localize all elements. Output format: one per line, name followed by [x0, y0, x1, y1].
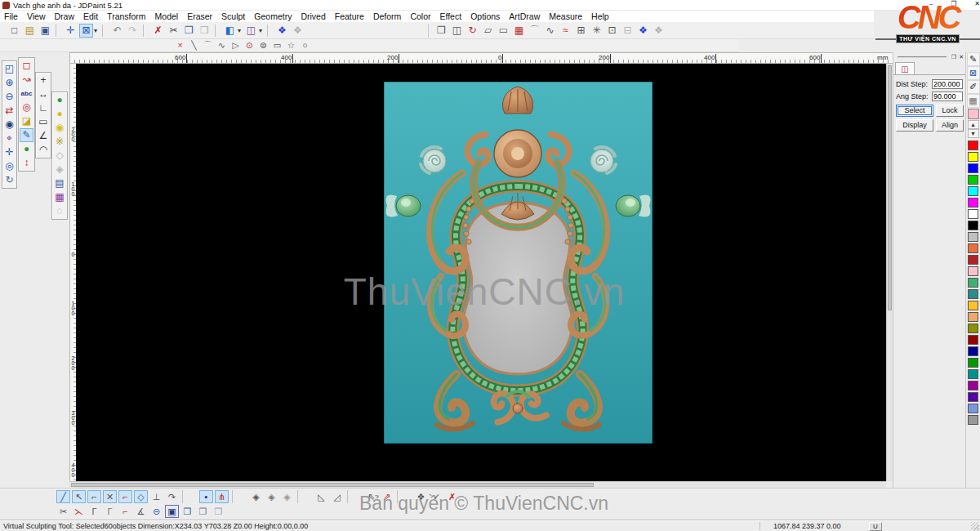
menu-view[interactable]: View	[27, 11, 53, 21]
save-icon[interactable]: ▣	[38, 24, 52, 38]
ang-step-input[interactable]	[932, 91, 963, 101]
lights-group-icon[interactable]: ※	[53, 135, 67, 149]
shield-gray-icon[interactable]: ❖	[652, 24, 666, 38]
menu-effect[interactable]: Effect	[439, 11, 469, 21]
light-green-icon[interactable]: ●	[53, 93, 67, 107]
color-pick-icon[interactable]: ✐	[967, 80, 980, 94]
arc-icon[interactable]: ⌒	[202, 40, 214, 51]
menu-deform[interactable]: Deform	[373, 11, 408, 21]
panel-tab[interactable]: ◫	[895, 62, 915, 74]
marquee-icon[interactable]: ◻	[20, 59, 33, 73]
swatch-orange[interactable]	[968, 243, 978, 253]
perpendicular-icon[interactable]: ⊥	[149, 490, 163, 503]
flip-view-icon[interactable]: ⇄	[2, 104, 16, 118]
menu-artdraw[interactable]: ArtDraw	[509, 11, 547, 21]
panel-close-button[interactable]: ✕	[959, 54, 964, 60]
add-point-icon[interactable]: +	[37, 74, 51, 87]
pattern-icon[interactable]: ▦	[967, 94, 980, 108]
node-box-icon[interactable]: ▪	[199, 490, 213, 503]
menu-feature[interactable]: Feature	[335, 11, 372, 21]
curve-edit-icon[interactable]: ↝	[20, 73, 33, 87]
scroll-up-button[interactable]: ▲	[968, 120, 979, 129]
menu-color[interactable]: Color	[410, 11, 438, 21]
step-path-icon[interactable]: ∟	[37, 101, 51, 115]
ring-tool-icon[interactable]: ◎	[20, 100, 33, 114]
material-shaded-icon[interactable]: ◈	[53, 163, 67, 176]
bound-box-icon[interactable]: ▭	[37, 115, 51, 129]
pick-light-icon[interactable]: ◉	[53, 121, 67, 135]
rotate-view-icon[interactable]: ↻	[2, 173, 16, 187]
minimize-button[interactable]: –	[929, 0, 933, 9]
array-icon[interactable]: ▦	[512, 24, 526, 38]
fillet-square-icon[interactable]: ⌐	[118, 505, 132, 518]
circle-icon[interactable]: ○	[299, 40, 311, 51]
fillet1-icon[interactable]: Γ	[87, 505, 101, 518]
unit-button[interactable]: U	[869, 522, 882, 531]
swatch-black[interactable]	[968, 221, 978, 230]
menu-geometry[interactable]: Geometry	[254, 11, 299, 21]
swatch-green[interactable]	[968, 175, 978, 185]
undo-icon[interactable]: ↶	[110, 24, 124, 38]
flatten-edge-icon[interactable]: ◿	[330, 490, 344, 503]
cut-icon[interactable]: ✂	[167, 24, 180, 38]
fill-dropdown-icon[interactable]: ▾	[236, 24, 243, 38]
swatch-white[interactable]	[968, 209, 978, 219]
mesh-diamond3-icon[interactable]: ◈	[280, 490, 294, 503]
mesh-diamond2-icon[interactable]: ◈	[265, 490, 278, 503]
menu-model[interactable]: Model	[155, 11, 186, 21]
eye-icon[interactable]: ◉	[2, 118, 16, 132]
horizontal-scrollbar-thumb[interactable]	[71, 483, 594, 487]
swatch-gold[interactable]	[968, 301, 978, 310]
swatch-red[interactable]	[968, 141, 978, 150]
group-copy1-icon[interactable]: ❐	[180, 505, 194, 518]
group-copy3-icon[interactable]: ❐	[212, 505, 225, 518]
menu-file[interactable]: File	[4, 11, 25, 21]
horizontal-scrollbar[interactable]	[69, 481, 886, 488]
align-button[interactable]: Align	[936, 119, 964, 132]
swatch-navy[interactable]	[968, 346, 978, 356]
menu-edit[interactable]: Edit	[83, 11, 105, 21]
swatch-darkmagenta[interactable]	[968, 381, 978, 390]
dynamic-zoom-icon[interactable]: ◎	[2, 159, 16, 173]
menu-eraser[interactable]: Eraser	[187, 11, 220, 21]
ellipse-icon[interactable]: ⊜	[257, 40, 270, 51]
sharp-node-icon[interactable]: ↖	[72, 490, 86, 503]
object-zoom-icon[interactable]: ⌖	[2, 132, 16, 145]
paste-icon[interactable]: ❒	[198, 24, 212, 38]
new-icon[interactable]: □	[7, 24, 21, 38]
text-tool-icon[interactable]: abc	[20, 87, 33, 100]
scroll-down-button[interactable]: ▼	[968, 129, 979, 138]
spline-deform-icon[interactable]: ≈	[559, 24, 572, 38]
arc-node-icon[interactable]: ⌐	[118, 490, 132, 503]
region-zoom-icon[interactable]: ◰	[2, 62, 16, 76]
panel-drag-grip[interactable]	[898, 56, 947, 58]
zoom-in-icon[interactable]: ⊕	[2, 76, 16, 90]
sculpt-pen-icon[interactable]: ✎	[20, 128, 33, 142]
swatch-silver[interactable]	[968, 232, 978, 242]
mirror-icon[interactable]: ◫	[450, 24, 464, 38]
menu-transform[interactable]: Transform	[107, 11, 153, 21]
group-copy2-icon[interactable]: ❐	[196, 505, 210, 518]
swatch-cornflower[interactable]	[968, 404, 978, 413]
stretch-icon[interactable]: ▭	[497, 24, 510, 38]
menu-help[interactable]: Help	[591, 11, 617, 21]
skew-icon[interactable]: ▱	[481, 24, 495, 38]
bend-icon[interactable]: ⌒	[528, 24, 541, 38]
sculpt-canvas[interactable]: ThuVienCNC.vn	[76, 64, 886, 481]
select-button[interactable]: Select	[896, 105, 933, 117]
multi-fillet-icon[interactable]: ∡	[134, 505, 148, 518]
lock-button[interactable]: Lock	[936, 105, 964, 117]
texture-icon[interactable]: ▦	[53, 190, 67, 204]
current-color-chip[interactable]	[968, 109, 979, 119]
flatten-icon[interactable]: ◺	[314, 490, 328, 503]
trim-icon[interactable]: ✂	[56, 505, 70, 518]
corner-node-icon[interactable]: ⌐	[87, 490, 101, 503]
relief-object-icon[interactable]: ●	[20, 142, 33, 156]
ungroup-icon[interactable]: ⊟	[621, 24, 635, 38]
rectangle-icon[interactable]: ▭	[271, 40, 283, 51]
swatch-olive[interactable]	[968, 324, 978, 333]
zoom-out-icon[interactable]: ⊖	[2, 90, 16, 104]
shield-blue-icon[interactable]: ❖	[636, 24, 650, 38]
node-tool-icon[interactable]: ⋔	[215, 490, 229, 503]
swatch-blue[interactable]	[968, 163, 978, 173]
